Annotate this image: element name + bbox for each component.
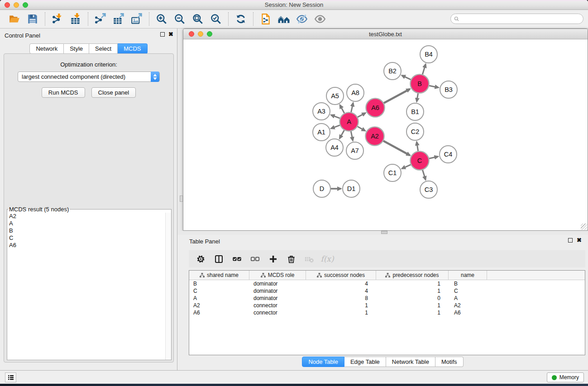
- zoom-out-button[interactable]: [171, 11, 189, 27]
- graph-node-A1[interactable]: A1: [313, 124, 330, 141]
- show-all-button[interactable]: [311, 11, 329, 27]
- graph-node-A6[interactable]: A6: [366, 99, 385, 117]
- table-cell[interactable]: 1: [376, 310, 449, 316]
- graph-node-D[interactable]: D: [313, 180, 330, 197]
- table-cell[interactable]: connector: [249, 302, 306, 309]
- graph-edge-A2-C[interactable]: [383, 141, 410, 155]
- column-header-mcds-role[interactable]: MCDS role: [249, 271, 306, 280]
- graph-edge-A-A8[interactable]: [351, 103, 353, 112]
- resize-grip-icon[interactable]: [581, 224, 587, 230]
- tab-network-table[interactable]: Network Table: [386, 357, 435, 367]
- export-image-button[interactable]: [128, 11, 146, 27]
- table-row[interactable]: Cdominator41C: [189, 287, 585, 295]
- table-row[interactable]: A6connector11A6: [189, 309, 585, 316]
- run-mcds-button[interactable]: Run MCDS: [42, 87, 85, 98]
- zoom-selected-button[interactable]: [207, 11, 225, 27]
- graph-node-C3[interactable]: C3: [420, 181, 437, 198]
- export-table-button[interactable]: [110, 11, 128, 27]
- graph-node-B1[interactable]: B1: [406, 103, 424, 120]
- tab-edge-table[interactable]: Edge Table: [344, 357, 386, 367]
- import-table-button[interactable]: [67, 11, 85, 27]
- close-panel-icon[interactable]: ✖: [168, 32, 173, 37]
- graph-edge-C-C4[interactable]: [429, 157, 438, 158]
- table-cell[interactable]: 1: [376, 281, 449, 287]
- save-session-button[interactable]: [24, 11, 42, 27]
- create-column-button[interactable]: [265, 252, 281, 266]
- column-header-successor-nodes[interactable]: successor nodes: [306, 271, 376, 280]
- table-cell[interactable]: 0: [376, 295, 449, 301]
- graph-edge-B-B2[interactable]: [402, 76, 411, 80]
- graph-node-A8[interactable]: A8: [347, 84, 364, 101]
- mcds-result-list[interactable]: A2ABCA6: [7, 213, 171, 360]
- graph-node-B2[interactable]: B2: [384, 62, 401, 80]
- graph-edge-A-A6[interactable]: [358, 113, 365, 117]
- graph-edge-C-C1[interactable]: [402, 165, 411, 169]
- column-header-shared-name[interactable]: shared name: [189, 271, 249, 280]
- task-history-button[interactable]: [5, 372, 16, 382]
- table-cell[interactable]: C: [189, 288, 249, 294]
- table-cell[interactable]: dominator: [249, 288, 306, 294]
- table-cell[interactable]: connector: [249, 310, 306, 316]
- graph-node-A2[interactable]: A2: [366, 127, 384, 146]
- table-cell[interactable]: B: [189, 281, 249, 287]
- graph-node-A3[interactable]: A3: [313, 103, 330, 120]
- zoom-in-button[interactable]: [153, 11, 171, 27]
- tab-style[interactable]: Style: [64, 43, 89, 54]
- graph-node-B3[interactable]: B3: [440, 81, 457, 98]
- graph-node-D1[interactable]: D1: [343, 180, 360, 197]
- mcds-result-item[interactable]: A2: [7, 213, 171, 220]
- network-window-titlebar[interactable]: testGlobe.txt: [183, 29, 588, 39]
- table-cell[interactable]: A: [189, 295, 249, 301]
- delete-column-button[interactable]: [283, 252, 299, 266]
- table-row[interactable]: A2connector11A2: [189, 302, 585, 309]
- table-cell[interactable]: 1: [306, 310, 376, 316]
- table-cell[interactable]: 4: [306, 288, 376, 294]
- tab-node-table[interactable]: Node Table: [302, 357, 344, 367]
- graph-edge-C-C2[interactable]: [417, 142, 418, 151]
- network-canvas[interactable]: B4B2BB3A8A5A6B1A3AA1C2A2A4A7C4CC1C3DD1: [183, 39, 588, 230]
- graph-edge-A-A1[interactable]: [331, 125, 340, 129]
- refresh-layout-button[interactable]: [232, 11, 250, 27]
- graph-edge-B-B1[interactable]: [417, 93, 418, 101]
- splitter-grip[interactable]: [381, 231, 387, 234]
- graph-node-A5[interactable]: A5: [326, 87, 344, 105]
- table-cell[interactable]: 1: [376, 288, 449, 294]
- memory-button[interactable]: Memory: [547, 372, 584, 382]
- graph-node-A4[interactable]: A4: [326, 139, 343, 156]
- tab-mcds[interactable]: MCDS: [118, 43, 147, 54]
- table-cell[interactable]: dominator: [249, 295, 306, 301]
- tab-motifs[interactable]: Motifs: [435, 357, 464, 367]
- show-columns-button[interactable]: [210, 252, 227, 266]
- graph-edge-C-C3[interactable]: [422, 170, 425, 180]
- table-cell[interactable]: A6: [189, 310, 249, 316]
- search-box[interactable]: [450, 14, 583, 24]
- criterion-select[interactable]: largest connected component (directed): [18, 71, 160, 82]
- table-cell[interactable]: 8: [306, 295, 376, 301]
- zoom-fit-button[interactable]: [189, 11, 207, 27]
- graph-edge-A-A3[interactable]: [331, 115, 340, 118]
- table-cell[interactable]: A6: [449, 310, 487, 316]
- graph-node-C4[interactable]: C4: [440, 146, 457, 163]
- float-panel-icon[interactable]: [160, 32, 165, 37]
- graph-edge-A-A2[interactable]: [358, 127, 365, 131]
- table-cell[interactable]: 1: [376, 302, 449, 309]
- column-header-predecessor-nodes[interactable]: predecessor nodes: [376, 271, 449, 280]
- deselect-all-button[interactable]: [247, 252, 263, 266]
- graph-node-B[interactable]: B: [411, 75, 429, 93]
- close-panel-icon[interactable]: ✖: [577, 238, 582, 243]
- mcds-result-item[interactable]: C: [7, 234, 171, 242]
- column-header-name[interactable]: name: [449, 271, 487, 280]
- network-from-selection-button[interactable]: [257, 11, 275, 27]
- table-cell[interactable]: 4: [306, 281, 376, 287]
- graph-node-A[interactable]: A: [340, 113, 359, 131]
- graph-edge-A-A4[interactable]: [339, 130, 344, 138]
- table-cell[interactable]: A2: [449, 302, 487, 309]
- tab-select[interactable]: Select: [89, 43, 118, 54]
- graph-edge-B-B3[interactable]: [429, 86, 438, 87]
- graph-node-C1[interactable]: C1: [384, 164, 401, 181]
- graph-node-C[interactable]: C: [411, 152, 429, 170]
- search-input[interactable]: [460, 15, 583, 23]
- table-cell[interactable]: dominator: [249, 281, 306, 287]
- scrollbar[interactable]: [165, 213, 171, 360]
- graph-edge-B-B4[interactable]: [422, 64, 425, 74]
